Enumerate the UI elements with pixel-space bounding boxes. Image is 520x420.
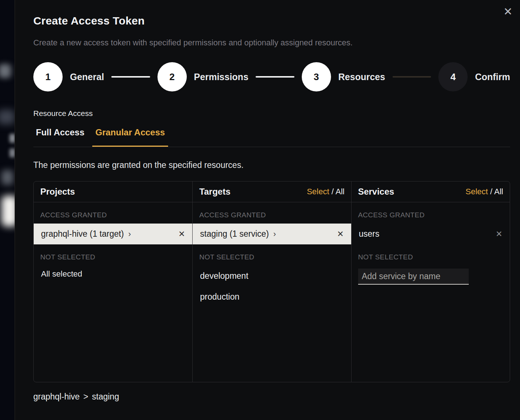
slash-separator: /: [331, 187, 334, 196]
access-mode-tabs: Full Access Granular Access: [33, 127, 510, 147]
target-row-staging[interactable]: staging (1 service) › ✕: [193, 224, 351, 244]
target-row-development[interactable]: development: [193, 266, 351, 286]
services-all-link[interactable]: All: [494, 187, 503, 196]
project-row-graphql-hive[interactable]: graphql-hive (1 target) › ✕: [34, 224, 192, 244]
step-resources[interactable]: 3 Resources: [302, 62, 385, 91]
step-connector: [111, 76, 150, 78]
services-select-link[interactable]: Select: [465, 187, 488, 196]
background-blur-shape: [10, 134, 15, 143]
slash-separator: /: [490, 187, 493, 196]
column-title: Targets: [199, 187, 230, 197]
step-label: General: [70, 72, 104, 82]
background-blur-shape: [1, 170, 13, 185]
remove-target-icon[interactable]: ✕: [337, 229, 343, 239]
targets-select-link[interactable]: Select: [307, 187, 329, 196]
page-title: Create Access Token: [33, 15, 510, 27]
breadcrumb: graphql-hive > staging: [33, 392, 510, 402]
targets-column: Targets Select / All ACCESS GRANTED stag…: [192, 181, 351, 382]
targets-column-header: Targets Select / All: [193, 181, 351, 202]
row-label: users: [359, 229, 379, 239]
dialog-subtitle: Create a new access token with specified…: [33, 38, 510, 48]
projects-column: Projects ACCESS GRANTED graphql-hive (1 …: [34, 181, 192, 382]
chevron-right-icon: ›: [128, 229, 131, 239]
row-label: production: [200, 292, 239, 302]
step-label: Confirm: [475, 72, 510, 82]
close-icon[interactable]: ✕: [501, 5, 515, 18]
access-granted-label: ACCESS GRANTED: [34, 202, 192, 224]
wizard-stepper: 1 General 2 Permissions 3 Resources 4 Co…: [33, 62, 510, 91]
page-backdrop: [0, 0, 15, 420]
step-permissions[interactable]: 2 Permissions: [157, 62, 249, 91]
step-number-circle: 4: [438, 62, 468, 91]
tab-full-access[interactable]: Full Access: [33, 127, 88, 147]
chevron-right-icon: ›: [273, 229, 276, 239]
not-selected-label: NOT SELECTED: [193, 244, 351, 266]
target-row-production[interactable]: production: [193, 286, 351, 307]
breadcrumb-separator: >: [83, 392, 88, 402]
targets-all-link[interactable]: All: [335, 187, 344, 196]
remove-project-icon[interactable]: ✕: [178, 229, 185, 239]
row-label: staging (1 service): [200, 229, 269, 239]
step-general[interactable]: 1 General: [33, 62, 104, 91]
granular-access-description: The permissions are granted on the speci…: [33, 160, 510, 170]
create-access-token-modal: ✕ Create Access Token Create a new acces…: [15, 0, 520, 420]
step-label: Permissions: [194, 72, 249, 82]
row-label: development: [200, 271, 248, 281]
targets-select-all: Select / All: [307, 187, 345, 196]
step-number-circle: 3: [302, 62, 331, 91]
step-connector: [393, 76, 431, 78]
access-granted-label: ACCESS GRANTED: [352, 202, 510, 224]
column-title: Services: [358, 187, 394, 197]
service-row-users[interactable]: users ✕: [352, 224, 510, 244]
background-blur-shape: [0, 110, 15, 124]
step-number-circle: 2: [157, 62, 187, 91]
background-blur-shape: [10, 149, 15, 157]
step-connector: [256, 76, 294, 78]
remove-service-icon[interactable]: ✕: [496, 229, 502, 239]
services-column-header: Services Select / All: [352, 181, 510, 202]
background-blur-shape: [1, 196, 15, 226]
services-select-all: Select / All: [465, 187, 503, 196]
tab-granular-access[interactable]: Granular Access: [92, 127, 168, 147]
add-service-input[interactable]: [358, 269, 469, 285]
resource-picker-table: Projects ACCESS GRANTED graphql-hive (1 …: [33, 181, 510, 382]
column-title: Projects: [40, 187, 75, 197]
access-granted-label: ACCESS GRANTED: [193, 202, 351, 224]
breadcrumb-project[interactable]: graphql-hive: [33, 392, 80, 402]
row-label: graphql-hive (1 target): [41, 229, 124, 239]
step-label: Resources: [338, 72, 385, 82]
background-blur-shape: [0, 64, 11, 78]
not-selected-label: NOT SELECTED: [34, 244, 192, 266]
step-confirm[interactable]: 4 Confirm: [438, 62, 510, 91]
all-selected-note: All selected: [34, 266, 192, 279]
resource-access-heading: Resource Access: [33, 109, 510, 118]
step-number-circle: 1: [33, 62, 63, 91]
projects-column-header: Projects: [34, 181, 192, 202]
not-selected-label: NOT SELECTED: [352, 244, 510, 266]
services-column: Services Select / All ACCESS GRANTED use…: [351, 181, 510, 382]
breadcrumb-target[interactable]: staging: [92, 392, 119, 402]
